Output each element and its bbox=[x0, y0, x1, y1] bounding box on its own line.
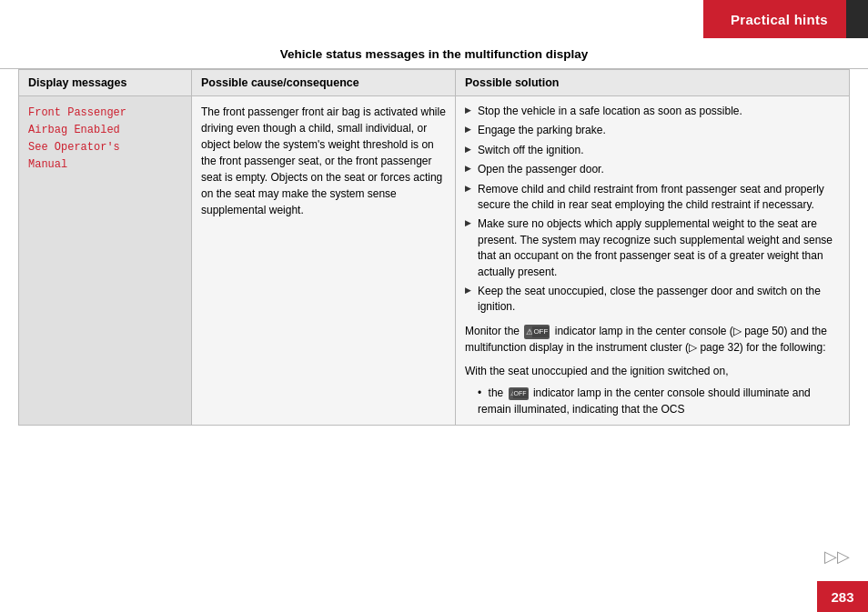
list-item: Switch off the ignition. bbox=[465, 143, 840, 158]
header-title-area: Practical hints bbox=[703, 0, 846, 38]
display-message-cell: Front PassengerAirbag EnabledSee Operato… bbox=[19, 96, 192, 426]
col-header-display: Display messages bbox=[19, 70, 192, 96]
header-dark-block bbox=[846, 0, 868, 38]
list-item: Remove child and child restraint from fr… bbox=[465, 182, 840, 214]
table-row: Front PassengerAirbag EnabledSee Operato… bbox=[19, 96, 850, 426]
subtitle-text: Vehicle status messages in the multifunc… bbox=[280, 47, 588, 61]
cause-cell: The front passenger front air bag is act… bbox=[192, 96, 456, 426]
display-message-text: Front PassengerAirbag EnabledSee Operato… bbox=[28, 106, 126, 171]
list-item: Keep the seat unoccupied, close the pass… bbox=[465, 284, 840, 316]
header-bar: Practical hints bbox=[0, 0, 868, 38]
list-item: Open the passenger door. bbox=[465, 162, 840, 177]
indicator-icon-1: ⚠ OFF bbox=[524, 325, 550, 339]
list-item: Make sure no objects which apply supplem… bbox=[465, 216, 840, 280]
main-table: Display messages Possible cause/conseque… bbox=[18, 69, 850, 426]
solution-sub-bullet: the ⚠ OFF indicator lamp in the center c… bbox=[465, 385, 840, 417]
header-title: Practical hints bbox=[731, 12, 828, 27]
list-item: Engage the parking brake. bbox=[465, 123, 840, 138]
col-header-cause: Possible cause/consequence bbox=[192, 70, 456, 96]
nav-arrow: ▷▷ bbox=[824, 547, 850, 567]
solution-list: Stop the vehicle in a safe location as s… bbox=[465, 104, 840, 316]
indicator-icon-2: ⚠ OFF bbox=[509, 387, 529, 400]
solution-para-1: Monitor the ⚠ OFF indicator lamp in the … bbox=[465, 323, 840, 356]
list-item: Stop the vehicle in a safe location as s… bbox=[465, 104, 840, 119]
col-header-solution: Possible solution bbox=[456, 70, 850, 96]
table-header-row: Display messages Possible cause/conseque… bbox=[19, 70, 850, 96]
subtitle-bar: Vehicle status messages in the multifunc… bbox=[0, 38, 868, 69]
page-number: 283 bbox=[817, 581, 868, 612]
main-content: Display messages Possible cause/conseque… bbox=[0, 69, 868, 426]
solution-para-2: With the seat unoccupied and the ignitio… bbox=[465, 363, 840, 379]
solution-cell: Stop the vehicle in a safe location as s… bbox=[456, 96, 850, 426]
cause-text: The front passenger front air bag is act… bbox=[201, 105, 446, 216]
